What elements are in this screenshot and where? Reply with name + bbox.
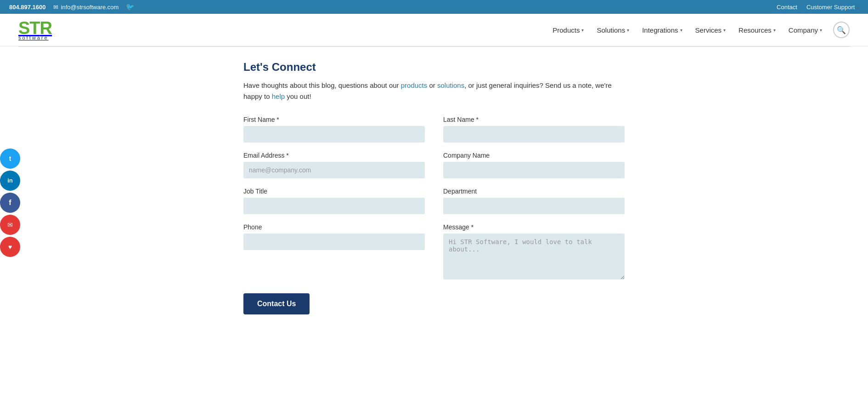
last-name-input[interactable] — [443, 126, 625, 143]
social-facebook-button[interactable]: f — [0, 193, 20, 213]
chevron-products: ▾ — [581, 28, 584, 33]
chevron-solutions: ▾ — [627, 28, 629, 33]
section-title: Let's Connect — [243, 61, 625, 74]
logo-sub: software — [18, 35, 52, 40]
search-button[interactable]: 🔍 — [833, 22, 850, 38]
phone-label: Phone — [243, 223, 425, 231]
highlight-help: help — [272, 92, 285, 100]
chevron-services: ▾ — [723, 28, 726, 33]
facebook-icon: f — [9, 199, 11, 207]
logo-text: STR — [18, 19, 52, 37]
search-icon: 🔍 — [837, 26, 846, 34]
department-group: Department — [443, 188, 625, 214]
chevron-resources: ▾ — [773, 28, 776, 33]
heart-icon: ♥ — [8, 243, 12, 251]
department-input[interactable] — [443, 198, 625, 214]
company-input[interactable] — [443, 162, 625, 178]
social-linkedin-button[interactable]: in — [0, 171, 20, 191]
job-title-group: Job Title — [243, 188, 425, 214]
customer-support-nav-link[interactable]: Customer Support ▾ — [806, 4, 859, 11]
envelope-icon: ✉ — [53, 4, 58, 11]
email-icon: ✉ — [7, 221, 13, 228]
social-email-button[interactable]: ✉ — [0, 215, 20, 235]
submit-button[interactable]: Contact Us — [243, 293, 310, 314]
job-title-label: Job Title — [243, 188, 425, 195]
nav-company[interactable]: Company ▾ — [783, 23, 828, 38]
social-twitter-button[interactable]: t — [0, 148, 20, 169]
linkedin-icon: in — [7, 177, 13, 184]
customer-support-label: Customer Support — [806, 4, 855, 11]
last-name-group: Last Name * — [443, 116, 625, 143]
message-label: Message * — [443, 223, 625, 231]
contact-form: First Name * Last Name * Email Address *… — [243, 116, 625, 314]
phone-number: 804.897.1600 — [9, 4, 46, 11]
nav-links: Products ▾ Solutions ▾ Integrations ▾ Se… — [547, 22, 850, 38]
first-name-group: First Name * — [243, 116, 425, 143]
phone-group: Phone — [243, 223, 425, 280]
nav-resources[interactable]: Resources ▾ — [733, 23, 781, 38]
main-content: Let's Connect Have thoughts about this b… — [216, 61, 652, 342]
company-group: Company Name — [443, 152, 625, 178]
contact-nav-link[interactable]: Contact — [777, 4, 797, 11]
nav-products[interactable]: Products ▾ — [547, 23, 589, 38]
first-name-input[interactable] — [243, 126, 425, 143]
job-title-input[interactable] — [243, 198, 425, 214]
email-address: info@strsoftware.com — [61, 4, 119, 11]
top-bar: 804.897.1600 ✉ info@strsoftware.com 🐦 Co… — [0, 0, 868, 14]
email-label: Email Address * — [243, 152, 425, 159]
section-description: Have thoughts about this blog, questions… — [243, 80, 625, 102]
message-group: Message * — [443, 223, 625, 280]
chevron-down-icon: ▾ — [857, 5, 859, 10]
twitter-topbar-icon: 🐦 — [126, 3, 135, 11]
first-name-label: First Name * — [243, 116, 425, 123]
nav-solutions[interactable]: Solutions ▾ — [591, 23, 635, 38]
page-divider — [18, 46, 850, 47]
main-nav: STR software Products ▾ Solutions ▾ Inte… — [0, 14, 868, 46]
nav-services[interactable]: Services ▾ — [690, 23, 732, 38]
phone-input[interactable] — [243, 234, 425, 250]
chevron-integrations: ▾ — [680, 28, 682, 33]
message-textarea[interactable] — [443, 234, 625, 280]
email-group: Email Address * — [243, 152, 425, 178]
last-name-label: Last Name * — [443, 116, 625, 123]
highlight-products: products — [401, 81, 428, 89]
nav-integrations[interactable]: Integrations ▾ — [637, 23, 688, 38]
twitter-icon: t — [9, 155, 11, 162]
top-bar-left: 804.897.1600 ✉ info@strsoftware.com 🐦 — [9, 3, 135, 11]
form-grid: First Name * Last Name * Email Address *… — [243, 116, 625, 280]
department-label: Department — [443, 188, 625, 195]
top-bar-right: Contact Customer Support ▾ — [777, 4, 859, 11]
logo[interactable]: STR software — [18, 19, 52, 40]
company-label: Company Name — [443, 152, 625, 159]
twitter-topbar-link[interactable]: 🐦 — [126, 3, 135, 11]
email-link[interactable]: ✉ info@strsoftware.com — [53, 4, 119, 11]
social-sidebar: t in f ✉ ♥ — [0, 148, 20, 257]
highlight-solutions: solutions — [437, 81, 464, 89]
chevron-company: ▾ — [820, 28, 822, 33]
social-heart-button[interactable]: ♥ — [0, 237, 20, 257]
email-input[interactable] — [243, 162, 425, 178]
